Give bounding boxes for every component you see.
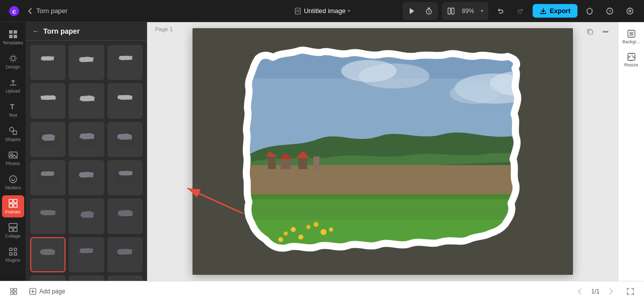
toolbar-group-left (403, 2, 438, 20)
undo-button[interactable] (492, 3, 508, 19)
play-button[interactable] (404, 3, 420, 19)
page-counter: 1/1 (591, 288, 600, 295)
bottombar-left: Add page (6, 286, 69, 297)
plugins-icon (8, 247, 18, 257)
thumbnail-item-2[interactable] (69, 45, 104, 80)
thumbnail-item-11[interactable] (69, 160, 104, 195)
svg-rect-20 (13, 131, 17, 134)
torn-frame (192, 28, 573, 275)
thumbnail-item-13[interactable] (30, 198, 66, 234)
sidebar-item-shapes[interactable]: Shapes (2, 123, 24, 145)
settings-button[interactable] (622, 3, 638, 19)
redo-button[interactable] (512, 3, 529, 19)
help-button[interactable]: ? (602, 3, 618, 19)
thumbnail-item-14[interactable] (69, 198, 104, 234)
svg-rect-71 (298, 158, 307, 169)
sidebar-item-templates[interactable]: Templates (2, 26, 24, 48)
photos-label: Photos (6, 161, 20, 166)
export-label: Export (550, 7, 570, 15)
svg-text:?: ? (608, 9, 611, 14)
export-button[interactable]: Export (533, 4, 577, 18)
add-page-label: Add page (39, 288, 65, 295)
thumbnail-item-1[interactable] (30, 45, 66, 80)
grid-view-button[interactable] (6, 286, 21, 297)
stickers-icon (8, 174, 18, 184)
thumbnail-item-19[interactable] (30, 275, 66, 281)
svg-rect-2 (295, 8, 300, 14)
svg-rect-31 (10, 248, 12, 251)
back-label: Torn paper (36, 7, 68, 15)
collage-label: Collage (5, 234, 21, 239)
sidebar-item-collage[interactable]: Collage (2, 219, 24, 242)
shield-button[interactable] (582, 3, 598, 19)
svg-point-76 (291, 227, 296, 232)
canva-logo-button[interactable]: c (6, 3, 22, 19)
sidebar-item-upload[interactable]: Upload (2, 74, 24, 97)
right-panel-background[interactable]: Backgr... (620, 26, 642, 47)
topbar-right: 89% ▾ Export ? (403, 2, 638, 20)
right-panel-resize[interactable]: Resize (620, 49, 642, 70)
sidebar-item-plugins[interactable]: Plugins (2, 244, 24, 266)
svg-point-80 (298, 235, 303, 240)
main-content: Templates Design Upload T Text Shapes Ph… (0, 22, 644, 281)
sidebar-item-text[interactable]: T Text (2, 99, 24, 121)
svg-rect-90 (14, 288, 17, 291)
next-page-button[interactable] (604, 286, 619, 297)
svg-point-78 (320, 229, 327, 235)
thumbnail-item-16[interactable] (30, 237, 66, 272)
add-page-button[interactable]: Add page (25, 286, 69, 297)
thumbnail-item-4[interactable] (30, 83, 66, 118)
svg-rect-89 (11, 288, 13, 291)
zoom-dropdown-button[interactable]: ▾ (477, 3, 487, 19)
plugins-label: Plugins (6, 258, 21, 263)
thumbnail-item-21[interactable] (107, 275, 143, 281)
back-button[interactable]: Torn paper (26, 7, 68, 15)
more-dots-icon: ••• (602, 28, 608, 36)
thumbnail-item-9[interactable] (107, 122, 143, 157)
page-canvas[interactable] (192, 28, 573, 275)
thumbnail-item-15[interactable] (107, 198, 143, 234)
sidebar-item-frames[interactable]: Frames (2, 195, 24, 217)
svg-rect-72 (313, 157, 319, 172)
panel-scroll[interactable] (26, 41, 147, 281)
upload-label: Upload (6, 89, 20, 94)
canvas-content[interactable] (147, 22, 618, 281)
templates-icon (8, 29, 18, 39)
svg-rect-70 (281, 159, 291, 169)
svg-point-79 (284, 232, 288, 236)
thumbnail-item-7[interactable] (30, 122, 66, 157)
thumbnail-item-5[interactable] (69, 83, 104, 118)
thumbnail-item-12[interactable] (107, 160, 143, 195)
thumbnail-item-17[interactable] (69, 237, 104, 272)
svg-point-12 (629, 10, 631, 12)
svg-point-23 (10, 176, 17, 183)
timer-button[interactable] (421, 3, 437, 19)
page-duplicate-button[interactable] (584, 25, 597, 38)
sidebar-item-stickers[interactable]: Stickers (2, 171, 24, 193)
thumbnail-item-20[interactable] (69, 275, 104, 281)
thumbnail-item-3[interactable] (107, 45, 143, 80)
topbar-center: Untitled image ▾ (294, 7, 350, 15)
page-label: Page 1 (155, 26, 173, 32)
svg-point-17 (11, 56, 15, 60)
thumbnail-item-8[interactable] (69, 122, 104, 157)
thumbnail-item-18[interactable] (107, 237, 143, 272)
frames-icon (8, 198, 18, 208)
canvas-svg (192, 28, 573, 275)
svg-rect-28 (9, 223, 17, 227)
svg-rect-26 (9, 204, 13, 207)
thumbnail-item-10[interactable] (30, 160, 66, 195)
fullscreen-button[interactable] (623, 286, 638, 297)
prev-page-button[interactable] (572, 286, 587, 297)
design-icon (8, 53, 18, 63)
panel-back-icon[interactable]: ← (32, 27, 39, 35)
sidebar-item-design[interactable]: Design (2, 50, 24, 72)
toolbar-group-layout: 89% ▾ (442, 2, 488, 20)
sidebar-item-photos[interactable]: Photos (2, 147, 24, 169)
svg-point-82 (329, 228, 333, 232)
text-label: Text (9, 113, 17, 118)
thumbnail-item-6[interactable] (107, 83, 143, 118)
doc-title[interactable]: Untitled image ▾ (294, 7, 350, 15)
layout-button[interactable] (443, 3, 459, 19)
page-more-button[interactable]: ••• (599, 25, 612, 38)
